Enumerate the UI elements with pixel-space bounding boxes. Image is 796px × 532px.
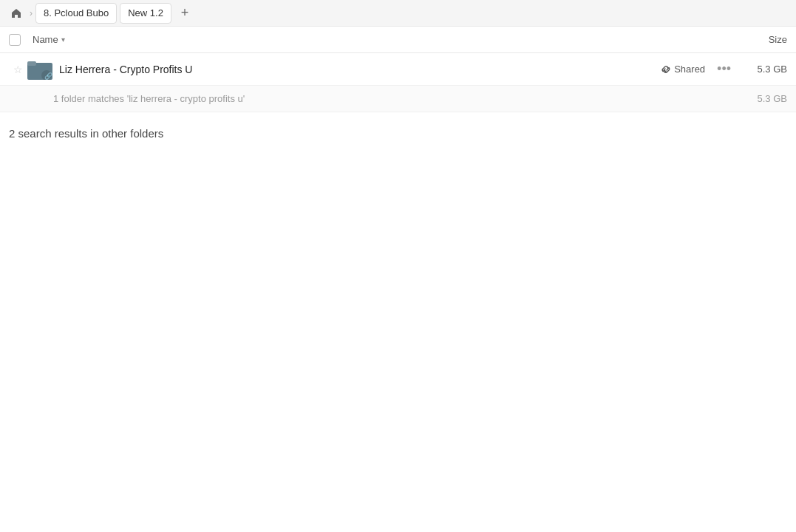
shared-badge: Shared — [661, 64, 705, 75]
sub-info-text: 1 folder matches 'liz herrera - crypto p… — [53, 93, 758, 104]
file-row-liz-herrera[interactable]: ☆ 🔗 Liz Herrera - Crypto Profits U Share… — [0, 53, 796, 86]
sub-info-size: 5.3 GB — [758, 93, 787, 104]
select-all-checkbox-container[interactable] — [9, 34, 33, 46]
select-all-checkbox[interactable] — [9, 34, 21, 46]
more-options-button[interactable]: ••• — [717, 61, 731, 77]
breadcrumb-sep-1: › — [30, 8, 33, 18]
add-breadcrumb-button[interactable]: + — [174, 3, 195, 24]
star-button[interactable]: ☆ — [9, 64, 27, 75]
home-button[interactable] — [6, 3, 27, 24]
other-folders-title: 2 search results in other folders — [9, 127, 787, 140]
folder-icon: 🔗 — [27, 59, 53, 80]
link-icon — [661, 64, 671, 75]
svg-text:🔗: 🔗 — [44, 72, 53, 80]
file-size: 5.3 GB — [743, 64, 787, 75]
name-column-header[interactable]: Name ▾ — [33, 34, 728, 45]
breadcrumb-bar: › 8. Pcloud Bubo New 1.2 + — [0, 0, 796, 27]
size-column-header: Size — [728, 34, 787, 45]
svg-rect-2 — [27, 61, 36, 66]
breadcrumb-pcloud-bubo[interactable]: 8. Pcloud Bubo — [35, 3, 117, 24]
sub-info-row: 1 folder matches 'liz herrera - crypto p… — [0, 86, 796, 112]
folder-svg: 🔗 — [27, 59, 52, 80]
file-name: Liz Herrera - Crypto Profits U — [59, 64, 661, 75]
home-icon — [10, 7, 22, 19]
other-folders-section: 2 search results in other folders — [0, 112, 796, 146]
name-sort-icon: ▾ — [61, 35, 65, 44]
column-header-row: Name ▾ Size — [0, 27, 796, 53]
breadcrumb-new-1-2[interactable]: New 1.2 — [120, 3, 171, 24]
